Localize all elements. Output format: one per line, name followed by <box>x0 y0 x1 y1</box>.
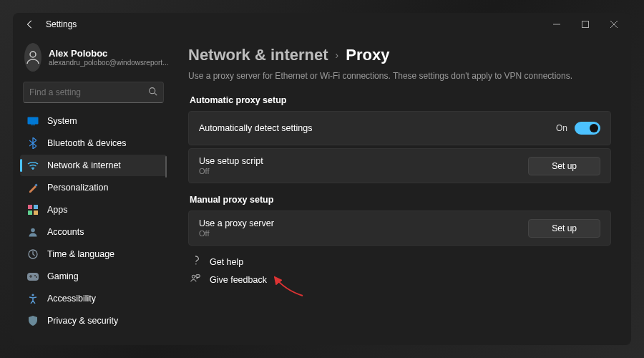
sidebar-item-bluetooth-devices[interactable]: Bluetooth & devices <box>20 132 167 154</box>
sidebar-item-time-language[interactable]: Time & language <box>20 243 167 265</box>
sidebar-item-label: Personalization <box>47 183 108 193</box>
sidebar-item-apps[interactable]: Apps <box>20 199 167 221</box>
person-icon <box>24 49 42 66</box>
titlebar: Settings <box>13 13 631 36</box>
breadcrumb-leaf: Proxy <box>346 46 389 64</box>
sidebar-item-accessibility[interactable]: Accessibility <box>20 288 167 309</box>
help-icon <box>190 256 201 268</box>
nav-list: SystemBluetooth & devicesNetwork & inter… <box>20 110 167 332</box>
svg-point-9 <box>32 168 34 170</box>
svg-point-5 <box>150 88 155 94</box>
time-icon <box>27 248 39 260</box>
sidebar-item-accounts[interactable]: Accounts <box>20 221 167 243</box>
svg-point-21 <box>192 276 195 279</box>
setting-title: Use setup script <box>199 156 528 166</box>
sidebar: Alex Poloboc alexandru_poloboc@windowsre… <box>13 36 174 345</box>
search-input[interactable] <box>29 87 148 97</box>
svg-point-17 <box>34 275 36 276</box>
accounts-icon <box>27 226 39 238</box>
svg-rect-11 <box>28 205 32 209</box>
use-proxy-setup-button[interactable]: Set up <box>528 219 600 238</box>
setting-auto-detect: Automatically detect settings On <box>188 111 611 145</box>
section-header-manual: Manual proxy setup <box>190 195 611 205</box>
setting-title: Automatically detect settings <box>199 123 556 133</box>
toggle-knob <box>590 124 598 132</box>
setting-sub: Off <box>199 229 528 238</box>
setting-title: Use a proxy server <box>199 218 528 228</box>
section-header-auto: Automatic proxy setup <box>190 95 611 105</box>
svg-rect-12 <box>34 205 38 209</box>
svg-rect-14 <box>34 211 38 215</box>
apps-icon <box>27 204 39 216</box>
chevron-right-icon: › <box>336 49 339 61</box>
svg-point-19 <box>31 294 34 296</box>
main-content: Network & internet › Proxy Use a proxy s… <box>174 36 631 345</box>
svg-point-4 <box>30 52 36 57</box>
minimize-button[interactable] <box>542 14 571 34</box>
svg-rect-13 <box>28 211 32 215</box>
svg-point-20 <box>195 264 196 265</box>
profile-email: alexandru_poloboc@windowsreport... <box>49 59 168 67</box>
sidebar-item-label: Privacy & security <box>47 316 118 326</box>
profile-name: Alex Poloboc <box>49 48 168 59</box>
setting-setup-script: Use setup script Off Set up <box>188 148 611 183</box>
window-title: Settings <box>46 19 77 29</box>
sidebar-item-label: Network & internet <box>47 160 121 170</box>
svg-point-15 <box>31 228 35 233</box>
breadcrumb-root[interactable]: Network & internet <box>188 46 328 64</box>
help-label: Get help <box>210 257 243 267</box>
personalization-icon <box>27 182 39 193</box>
setting-use-proxy: Use a proxy server Off Set up <box>188 211 611 246</box>
svg-rect-1 <box>582 21 589 28</box>
help-links: Get help Give feedback <box>188 256 611 286</box>
breadcrumb: Network & internet › Proxy <box>188 46 611 64</box>
back-button[interactable] <box>20 14 40 34</box>
sidebar-item-network-internet[interactable]: Network & internet <box>20 155 167 176</box>
sidebar-item-label: Bluetooth & devices <box>47 138 127 148</box>
privacy-icon <box>27 315 39 326</box>
sidebar-item-label: Time & language <box>47 249 114 259</box>
get-help-link[interactable]: Get help <box>190 256 611 268</box>
sidebar-item-label: Accessibility <box>47 294 96 304</box>
sidebar-item-label: Accounts <box>47 227 84 237</box>
auto-detect-toggle[interactable] <box>575 122 600 135</box>
feedback-label: Give feedback <box>210 275 267 285</box>
svg-point-18 <box>36 276 37 278</box>
sidebar-item-system[interactable]: System <box>20 110 167 132</box>
close-button[interactable] <box>600 14 628 34</box>
settings-window: Settings Alex Po <box>13 13 631 345</box>
sidebar-item-privacy-security[interactable]: Privacy & security <box>20 310 167 332</box>
accessibility-icon <box>27 293 39 304</box>
give-feedback-link[interactable]: Give feedback <box>190 274 611 286</box>
svg-rect-22 <box>196 275 200 278</box>
setup-script-button[interactable]: Set up <box>528 157 600 175</box>
bluetooth-icon <box>27 137 39 149</box>
sidebar-item-label: System <box>47 116 77 126</box>
svg-rect-8 <box>31 125 35 125</box>
toggle-label: On <box>556 123 567 133</box>
maximize-button[interactable] <box>571 14 600 34</box>
avatar <box>24 43 42 72</box>
sidebar-item-label: Apps <box>47 205 68 215</box>
sidebar-item-personalization[interactable]: Personalization <box>20 177 167 198</box>
sidebar-item-gaming[interactable]: Gaming <box>20 266 167 287</box>
svg-rect-7 <box>28 117 39 125</box>
setting-sub: Off <box>199 167 528 175</box>
system-icon <box>27 115 39 127</box>
search-icon <box>148 86 157 99</box>
feedback-icon <box>190 274 201 286</box>
window-controls <box>542 14 628 34</box>
network-icon <box>27 160 39 171</box>
profile-text: Alex Poloboc alexandru_poloboc@windowsre… <box>49 48 168 67</box>
page-description: Use a proxy server for Ethernet or Wi-Fi… <box>188 70 611 82</box>
svg-line-6 <box>155 93 157 95</box>
gaming-icon <box>27 271 39 282</box>
profile-block[interactable]: Alex Poloboc alexandru_poloboc@windowsre… <box>20 40 167 80</box>
search-box[interactable] <box>23 82 164 103</box>
sidebar-item-label: Gaming <box>47 271 79 281</box>
